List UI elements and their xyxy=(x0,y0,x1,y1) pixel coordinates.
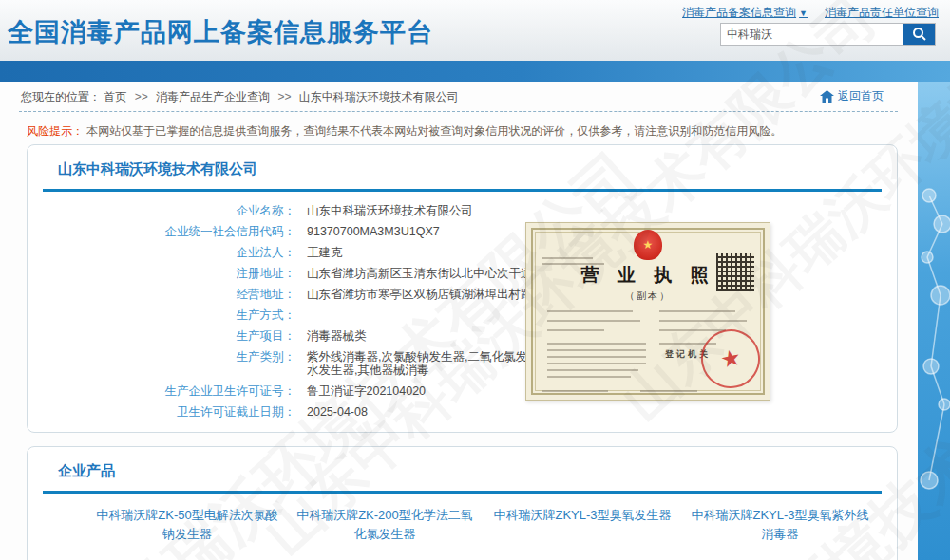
field-row: 企业名称：山东中科瑞沃环境技术有限公司 xyxy=(28,204,693,217)
field-label: 注册地址： xyxy=(28,267,295,280)
top-nav: 消毒产品备案信息查询▼ 消毒产品责任单位查询 xyxy=(682,5,939,21)
dashed-divider xyxy=(19,111,898,112)
search-input[interactable] xyxy=(721,24,903,45)
breadcrumb-prefix: 您现在的位置： xyxy=(21,90,101,103)
product-list: 中科瑞沃牌ZK-50型电解法次氯酸钠发生器 中科瑞沃牌ZK-200型化学法二氧化… xyxy=(96,506,871,544)
breadcrumb-company: 山东中科瑞沃环境技术有限公司 xyxy=(299,90,459,103)
header-divider-band xyxy=(0,61,950,82)
back-home-label: 返回首页 xyxy=(838,88,884,104)
breadcrumb: 您现在的位置： 首页 >> 消毒产品生产企业查询 >> 山东中科瑞沃环境技术有限… xyxy=(21,89,459,105)
panel-rule xyxy=(43,491,882,494)
field-label: 企业统一社会信用代码： xyxy=(28,225,295,238)
field-row: 卫生许可证截止日期：2025-04-08 xyxy=(28,405,693,419)
field-label: 企业法人： xyxy=(28,246,295,259)
company-title: 山东中科瑞沃环境技术有限公司 xyxy=(58,160,257,178)
field-value: 山东中科瑞沃环境技术有限公司 xyxy=(307,204,660,217)
site-title: 全国消毒产品网上备案信息服务平台 xyxy=(8,15,433,49)
nav-filing-info-query[interactable]: 消毒产品备案信息查询▼ xyxy=(682,5,808,21)
company-info-panel: 山东中科瑞沃环境技术有限公司 企业名称：山东中科瑞沃环境技术有限公司 企业统一社… xyxy=(27,144,898,433)
home-icon xyxy=(820,90,834,103)
breadcrumb-separator: >> xyxy=(135,90,148,103)
product-link[interactable]: 中科瑞沃牌ZKYL-3型臭氧发生器 xyxy=(491,506,674,544)
risk-notice: 风险提示： 本网站仅基于已掌握的信息提供查询服务，查询结果不代表本网站对被查询对… xyxy=(27,123,782,140)
risk-notice-text: 本网站仅基于已掌握的信息提供查询服务，查询结果不代表本网站对被查询对象信用状况的… xyxy=(86,124,782,138)
field-label: 生产方式： xyxy=(28,308,295,322)
breadcrumb-home[interactable]: 首页 xyxy=(104,90,126,103)
field-label: 生产企业卫生许可证号： xyxy=(28,384,295,398)
nav-responsible-unit-query[interactable]: 消毒产品责任单位查询 xyxy=(825,5,939,21)
products-title: 企业产品 xyxy=(58,462,115,480)
field-label: 经营地址： xyxy=(28,288,295,301)
breadcrumb-separator: >> xyxy=(277,90,291,103)
license-subtitle: （副本） xyxy=(526,289,770,303)
search-bar xyxy=(720,23,936,46)
qr-code-icon xyxy=(716,253,754,291)
field-label: 生产项目： xyxy=(28,329,295,343)
field-label: 卫生许可证截止日期： xyxy=(28,405,295,419)
product-link[interactable]: 中科瑞沃牌ZK-200型化学法二氧化氯发生器 xyxy=(294,506,476,544)
panel-rule xyxy=(43,189,882,192)
search-icon xyxy=(912,27,927,42)
molecule-icon xyxy=(918,82,950,560)
risk-notice-label: 风险提示： xyxy=(27,124,84,138)
field-label: 生产类别： xyxy=(28,350,295,377)
search-button[interactable] xyxy=(903,24,935,45)
products-panel: 企业产品 中科瑞沃牌ZK-50型电解法次氯酸钠发生器 中科瑞沃牌ZK-200型化… xyxy=(27,446,898,560)
field-label: 企业名称： xyxy=(28,204,295,217)
product-link[interactable]: 中科瑞沃牌ZKYL-3型臭氧紫外线消毒器 xyxy=(689,506,871,544)
page-header: 全国消毒产品网上备案信息服务平台 消毒产品备案信息查询▼ 消毒产品责任单位查询 xyxy=(0,0,950,61)
field-value: 2025-04-08 xyxy=(307,405,660,419)
breadcrumb-enterprise-query[interactable]: 消毒产品生产企业查询 xyxy=(156,90,270,103)
chevron-down-icon: ▼ xyxy=(799,9,808,18)
national-emblem-icon: ★ xyxy=(634,230,662,260)
business-license-image: ★ 营 业 执 照 （副本） 登记机关 ★ xyxy=(525,222,770,401)
right-decor-strip xyxy=(918,82,950,560)
product-link[interactable]: 中科瑞沃牌ZK-50型电解法次氯酸钠发生器 xyxy=(96,506,278,544)
back-home-link[interactable]: 返回首页 xyxy=(820,88,884,104)
